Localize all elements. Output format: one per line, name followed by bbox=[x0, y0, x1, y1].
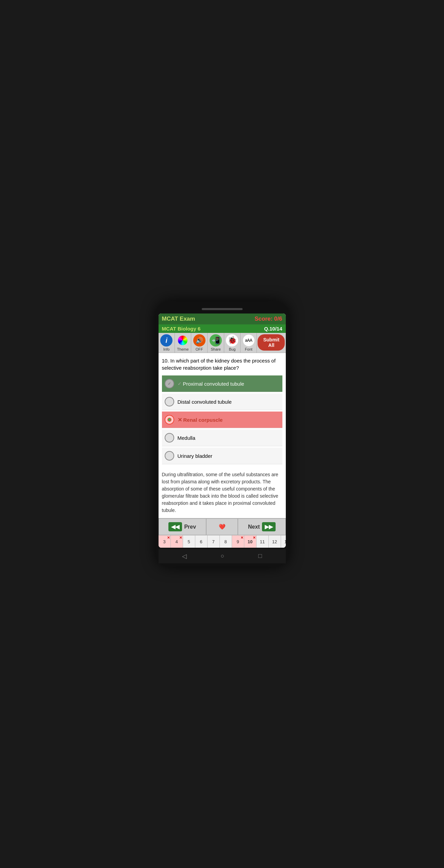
toolbar-sound[interactable]: 🔊 OFF bbox=[191, 333, 208, 353]
share-icon: 📲 bbox=[210, 334, 222, 347]
q-num-label-5: 5 bbox=[187, 539, 190, 544]
next-arrow-icon: ▶▶ bbox=[262, 522, 276, 531]
q-num-12[interactable]: 12 bbox=[269, 535, 281, 548]
radio-c bbox=[165, 415, 174, 424]
phone-notch bbox=[202, 308, 243, 310]
answer-option-c[interactable]: ✕ Renal corpuscle bbox=[162, 412, 282, 428]
back-button[interactable]: ◁ bbox=[182, 552, 187, 560]
toolbar-bug[interactable]: 🐞 Bug bbox=[224, 333, 241, 353]
q-num-label-9: 9 bbox=[236, 539, 239, 544]
sound-label: OFF bbox=[196, 347, 203, 351]
question-number-display: Q.10/14 bbox=[264, 326, 282, 332]
explanation-area: During ultrafiltration, some of the usef… bbox=[159, 467, 286, 518]
recents-button[interactable]: □ bbox=[258, 552, 262, 560]
info-icon: i bbox=[160, 334, 172, 347]
q-num-label-4: 4 bbox=[175, 539, 178, 544]
next-label: Next bbox=[248, 524, 260, 530]
checkmark-a: ✓ bbox=[178, 381, 182, 386]
toolbar-share[interactable]: 📲 Share bbox=[208, 333, 224, 353]
radio-b bbox=[165, 397, 174, 406]
app-subtitle: MCAT Biology 6 bbox=[162, 326, 201, 332]
q-num-label-10: 10 bbox=[248, 539, 252, 544]
q-num-label-12: 12 bbox=[272, 539, 277, 544]
q-num-9[interactable]: ✕ 9 bbox=[232, 535, 244, 548]
q-num-5[interactable]: 5 bbox=[183, 535, 195, 548]
radio-e bbox=[165, 451, 174, 461]
q-x-4: ✕ bbox=[179, 536, 182, 540]
header-bottom: MCAT Biology 6 Q.10/14 bbox=[159, 324, 286, 333]
answer-option-a[interactable]: ✓ ✓ Proximal convoluted tubule bbox=[162, 375, 282, 392]
info-label: Info bbox=[163, 347, 169, 351]
q-num-11[interactable]: 11 bbox=[257, 535, 269, 548]
radio-a: ✓ bbox=[165, 379, 174, 388]
sound-icon: 🔊 bbox=[193, 334, 205, 347]
toolbar-info[interactable]: i Info bbox=[159, 333, 175, 353]
heart-icon: ❤️ bbox=[219, 524, 226, 530]
answer-text-d: Medulla bbox=[178, 435, 196, 441]
q-num-label-8: 8 bbox=[224, 539, 227, 544]
prev-arrow-icon: ◀◀ bbox=[168, 522, 182, 531]
submit-all-button[interactable]: Submit All bbox=[258, 334, 285, 351]
toolbar: i Info Theme 🔊 OFF 📲 Share 🐞 Bug bbox=[159, 333, 286, 353]
q-x-3: ✕ bbox=[167, 536, 170, 540]
explanation-text: During ultrafiltration, some of the usef… bbox=[162, 472, 278, 513]
q-num-label-13: 13 bbox=[284, 539, 286, 544]
toolbar-theme[interactable]: Theme bbox=[175, 333, 191, 353]
favorite-button[interactable]: ❤️ bbox=[206, 518, 238, 535]
q-num-10[interactable]: ✕ 10 bbox=[244, 535, 257, 548]
answer-text-c: Renal corpuscle bbox=[183, 417, 223, 423]
answer-text-a: Proximal convoluted tubule bbox=[183, 381, 244, 387]
share-label: Share bbox=[211, 347, 220, 351]
app-title: MCAT Exam bbox=[162, 316, 195, 322]
prev-button[interactable]: ◀◀ Prev bbox=[159, 518, 206, 535]
q-num-6[interactable]: 6 bbox=[195, 535, 208, 548]
q-num-label-11: 11 bbox=[260, 539, 265, 544]
navigation-bar: ◀◀ Prev ❤️ Next ▶▶ bbox=[159, 518, 286, 535]
q-num-label-3: 3 bbox=[163, 539, 165, 544]
q-num-3[interactable]: ✕ 3 bbox=[159, 535, 171, 548]
theme-label: Theme bbox=[177, 347, 188, 351]
q-x-10: ✕ bbox=[253, 536, 256, 540]
question-number: 10. bbox=[162, 358, 170, 364]
score-display: Score: 0/6 bbox=[254, 316, 282, 322]
android-nav-bar: ◁ ○ □ bbox=[159, 549, 286, 563]
q-num-label-7: 7 bbox=[212, 539, 214, 544]
q-num-7[interactable]: 7 bbox=[208, 535, 220, 548]
font-label: Font bbox=[245, 347, 252, 351]
bug-icon: 🐞 bbox=[226, 334, 238, 347]
q-num-label-6: 6 bbox=[200, 539, 202, 544]
phone-frame: MCAT Exam Score: 0/6 MCAT Biology 6 Q.10… bbox=[156, 301, 289, 567]
header-top: MCAT Exam Score: 0/6 bbox=[159, 314, 286, 324]
radio-d bbox=[165, 433, 174, 443]
q-num-8[interactable]: 8 bbox=[220, 535, 232, 548]
answer-option-b[interactable]: Distal convoluted tubule bbox=[162, 393, 282, 410]
prev-label: Prev bbox=[184, 524, 196, 530]
answer-text-e: Urinary bladder bbox=[178, 453, 213, 459]
next-button[interactable]: Next ▶▶ bbox=[238, 518, 285, 535]
q-num-4[interactable]: ✕ 4 bbox=[171, 535, 183, 548]
toolbar-font[interactable]: aAA Font bbox=[241, 333, 257, 353]
question-numbers-bar: ✕ 3 ✕ 4 5 6 7 8 ✕ 9 ✕ bbox=[159, 535, 286, 548]
answer-option-e[interactable]: Urinary bladder bbox=[162, 448, 282, 464]
theme-icon bbox=[177, 334, 189, 347]
app-container: MCAT Exam Score: 0/6 MCAT Biology 6 Q.10… bbox=[159, 314, 286, 548]
font-icon: aAA bbox=[243, 334, 255, 347]
bug-label: Bug bbox=[229, 347, 236, 351]
q-num-13[interactable]: 13 bbox=[281, 535, 286, 548]
answer-text-b: Distal convoluted tubule bbox=[178, 399, 232, 405]
q-x-9: ✕ bbox=[241, 536, 243, 540]
answer-option-d[interactable]: Medulla bbox=[162, 430, 282, 446]
submit-cell: Submit All bbox=[257, 333, 285, 353]
question-area: 10. In which part of the kidney does the… bbox=[159, 353, 286, 467]
question-text: 10. In which part of the kidney does the… bbox=[162, 357, 282, 371]
home-button[interactable]: ○ bbox=[221, 552, 225, 560]
x-mark-c: ✕ bbox=[178, 417, 182, 423]
